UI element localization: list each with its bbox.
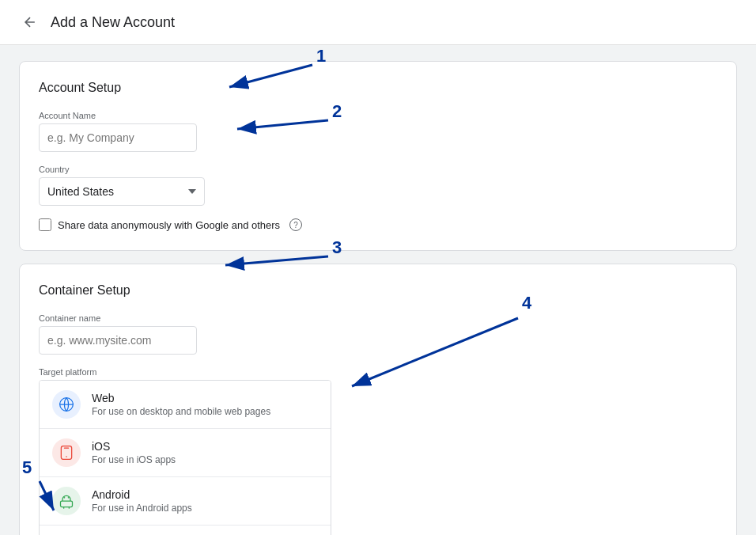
share-data-label: Share data anonymously with Google and o… xyxy=(58,219,280,231)
container-setup-card: Container Setup Container name Target pl… xyxy=(19,264,737,535)
platform-android[interactable]: Android For use in Android apps xyxy=(40,477,331,526)
account-name-label: Account Name xyxy=(39,111,717,120)
platform-amp[interactable]: AMP For use in Accelerated Mobile Pages xyxy=(40,526,331,535)
container-name-group: Container name xyxy=(39,313,717,355)
help-icon[interactable]: ? xyxy=(289,218,302,231)
web-platform-info: Web For use on desktop and mobile web pa… xyxy=(92,392,318,417)
container-name-label: Container name xyxy=(39,313,717,323)
svg-rect-3 xyxy=(61,501,73,507)
account-setup-title: Account Setup xyxy=(39,81,717,95)
share-data-row: Share data anonymously with Google and o… xyxy=(39,218,717,231)
ios-platform-name: iOS xyxy=(92,440,318,453)
platform-ios[interactable]: iOS For use in iOS apps xyxy=(40,429,331,477)
svg-point-2 xyxy=(66,456,67,457)
share-data-checkbox[interactable] xyxy=(39,218,51,231)
web-icon-bg xyxy=(52,390,81,419)
ios-platform-info: iOS For use in iOS apps xyxy=(92,440,318,465)
android-icon-bg xyxy=(52,487,81,515)
ios-platform-desc: For use in iOS apps xyxy=(92,454,318,465)
target-platform-group: Target platform Web For use on desktop a… xyxy=(39,367,717,535)
account-name-group: Account Name xyxy=(39,111,717,152)
country-label: Country xyxy=(39,165,717,174)
target-platform-label: Target platform xyxy=(39,367,717,377)
account-name-input[interactable] xyxy=(39,123,197,152)
android-platform-desc: For use in Android apps xyxy=(92,503,318,514)
android-platform-info: Android For use in Android apps xyxy=(92,488,318,514)
country-group: Country United States United Kingdom Can… xyxy=(39,165,717,206)
country-select[interactable]: United States United Kingdom Canada Aust… xyxy=(39,177,205,206)
account-setup-card: Account Setup Account Name Country Unite… xyxy=(19,61,737,251)
content-area: Account Setup Account Name Country Unite… xyxy=(0,45,756,535)
platform-list: Web For use on desktop and mobile web pa… xyxy=(39,380,331,535)
android-platform-name: Android xyxy=(92,488,318,501)
container-setup-title: Container Setup xyxy=(39,283,717,298)
page-title: Add a New Account xyxy=(51,14,175,31)
platform-web[interactable]: Web For use on desktop and mobile web pa… xyxy=(40,381,331,429)
web-platform-desc: For use on desktop and mobile web pages xyxy=(92,406,318,417)
page-header: Add a New Account xyxy=(0,0,756,45)
web-platform-name: Web xyxy=(92,392,318,404)
svg-point-4 xyxy=(64,497,66,499)
svg-point-5 xyxy=(68,497,70,499)
back-button[interactable] xyxy=(19,11,41,33)
container-name-input[interactable] xyxy=(39,326,197,355)
ios-icon-bg xyxy=(52,438,81,467)
